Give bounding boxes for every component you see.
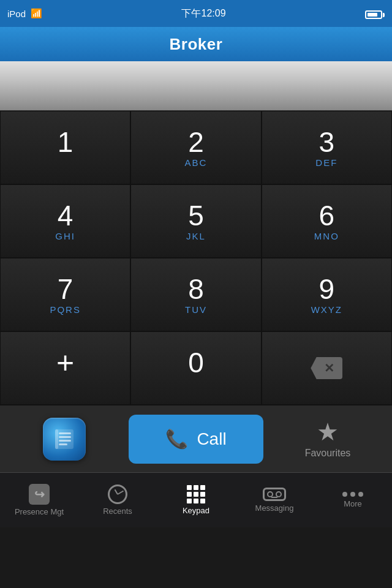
tab-bar: ↪ Presence Mgt Recents Keypad: [0, 472, 392, 527]
star-icon: ★: [317, 420, 339, 444]
tab-messaging-label: Messaging: [255, 503, 294, 513]
favourites-button[interactable]: ★ Favourites: [263, 405, 392, 472]
favourites-label: Favourites: [305, 448, 351, 459]
dial-key-2[interactable]: 2 ABC: [130, 111, 261, 184]
battery-icon: [365, 8, 385, 19]
svg-rect-2: [59, 432, 71, 434]
dial-key-backspace[interactable]: ✕: [262, 331, 392, 405]
dial-key-plus[interactable]: + -: [0, 331, 130, 405]
recents-icon: [108, 484, 127, 504]
tab-recents[interactable]: Recents: [78, 473, 157, 527]
tab-presence-mgt[interactable]: ↪ Presence Mgt: [0, 473, 78, 527]
dial-key-1[interactable]: 1 -: [0, 111, 130, 184]
status-bar: iPod 📶 下午12:09: [0, 0, 392, 27]
page-title: Broker: [170, 35, 223, 54]
presence-mgt-icon: ↪: [29, 484, 50, 505]
keypad-icon: [187, 485, 205, 503]
dial-key-8[interactable]: 8 TUV: [130, 258, 261, 331]
broker-button[interactable]: [0, 405, 129, 472]
wifi-icon: 📶: [31, 8, 42, 19]
tab-recents-label: Recents: [103, 507, 132, 516]
tab-more[interactable]: More: [314, 473, 392, 527]
device-label: iPod: [7, 9, 26, 19]
dialpad: 1 - 2 ABC 3 DEF 4 GHI 5 JKL 6 MNO 7 PQRS…: [0, 110, 392, 405]
tab-more-label: More: [344, 499, 362, 508]
svg-rect-5: [59, 443, 67, 445]
tab-messaging[interactable]: Messaging: [235, 473, 314, 527]
svg-rect-3: [59, 436, 71, 438]
backspace-icon: ✕: [311, 357, 342, 379]
input-area[interactable]: [0, 61, 392, 110]
tab-keypad[interactable]: Keypad: [157, 473, 235, 527]
dial-key-3[interactable]: 3 DEF: [262, 111, 392, 184]
messaging-icon: [263, 488, 286, 501]
title-bar: Broker: [0, 27, 392, 61]
dial-key-9[interactable]: 9 WXYZ: [262, 258, 392, 331]
status-time: 下午12:09: [181, 7, 225, 20]
more-icon: [342, 492, 363, 497]
dial-key-6[interactable]: 6 MNO: [262, 184, 392, 258]
status-left: iPod 📶: [7, 8, 42, 19]
tab-keypad-label: Keypad: [183, 506, 209, 515]
phone-icon: 📞: [165, 428, 188, 450]
dial-key-0[interactable]: 0 -: [130, 331, 261, 405]
call-button-label: Call: [197, 429, 226, 449]
action-bar: 📞 Call ★ Favourites: [0, 405, 392, 472]
call-button[interactable]: 📞 Call: [129, 415, 263, 464]
svg-rect-1: [55, 429, 58, 449]
dial-key-4[interactable]: 4 GHI: [0, 184, 130, 258]
dial-key-5[interactable]: 5 JKL: [130, 184, 261, 258]
broker-book-icon: [43, 418, 86, 461]
dial-key-7[interactable]: 7 PQRS: [0, 258, 130, 331]
svg-rect-4: [59, 440, 71, 442]
tab-presence-mgt-label: Presence Mgt: [15, 507, 64, 516]
